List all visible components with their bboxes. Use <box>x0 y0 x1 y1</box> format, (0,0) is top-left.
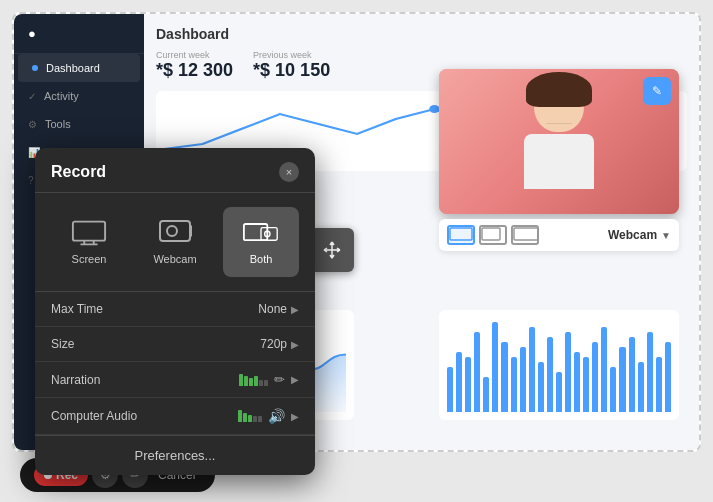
bar-chart-bar <box>474 332 480 412</box>
computer-audio-speaker-icon: 🔊 <box>268 408 285 424</box>
source-webcam-label: Webcam <box>153 253 196 265</box>
source-both-label: Both <box>250 253 273 265</box>
bar-chart-bar <box>647 332 653 412</box>
dashboard-dot <box>32 65 38 71</box>
bar-chart-bar <box>629 337 635 412</box>
computer-audio-volume <box>238 410 262 422</box>
bar-chart-bar <box>638 362 644 412</box>
bar-chart-bar <box>501 342 507 412</box>
modal-title: Record <box>51 163 106 181</box>
webcam-dropdown-arrow[interactable]: ▼ <box>661 230 671 241</box>
bar-chart-bar <box>565 332 571 412</box>
size-label: Size <box>51 337 260 351</box>
sidebar-item-tools[interactable]: ⚙ Tools <box>14 110 144 138</box>
bar-chart-bar <box>538 362 544 412</box>
svg-point-10 <box>167 226 177 236</box>
view-btn-screen[interactable] <box>447 225 475 245</box>
size-row: Size 720p ▶ <box>35 327 315 362</box>
max-time-value: None <box>258 302 287 316</box>
narration-arrow[interactable]: ▶ <box>291 374 299 385</box>
webcam-preview: ✎ <box>439 69 679 214</box>
source-row: Screen Webcam Both <box>35 193 315 291</box>
current-week-label: Current week <box>156 50 233 60</box>
move-handle[interactable] <box>310 228 354 272</box>
webcam-icon <box>157 219 193 247</box>
narration-mic-icon: ✏ <box>274 372 285 387</box>
source-both-button[interactable]: Both <box>223 207 299 277</box>
preferences-button[interactable]: Preferences... <box>35 435 315 475</box>
person-silhouette <box>509 77 609 207</box>
screen-icon <box>71 219 107 247</box>
record-modal: Record × Screen <box>35 148 315 475</box>
svg-marker-9 <box>190 225 192 237</box>
computer-audio-arrow[interactable]: ▶ <box>291 411 299 422</box>
max-time-arrow[interactable]: ▶ <box>291 304 299 315</box>
svg-rect-3 <box>514 228 538 240</box>
bar-chart-bar <box>492 322 498 412</box>
computer-audio-label: Computer Audio <box>51 409 238 423</box>
sidebar-item-activity[interactable]: ✓ Activity <box>14 82 144 110</box>
previous-week-label: Previous week <box>253 50 330 60</box>
svg-rect-12 <box>261 228 277 241</box>
bar-chart-bar <box>601 327 607 412</box>
svg-point-0 <box>429 105 439 113</box>
bar-chart-bar <box>583 357 589 412</box>
svg-rect-2 <box>482 228 500 240</box>
bar-chart-bar <box>619 347 625 412</box>
bar-chart-bar <box>483 377 489 412</box>
max-time-label: Max Time <box>51 302 258 316</box>
source-webcam-button[interactable]: Webcam <box>137 207 213 277</box>
view-btn-small[interactable] <box>479 225 507 245</box>
size-arrow[interactable]: ▶ <box>291 339 299 350</box>
narration-row: Narration ✏ ▶ <box>35 362 315 398</box>
svg-rect-8 <box>160 221 190 241</box>
webcam-toolbar: Webcam ▼ <box>439 219 679 251</box>
bar-chart-bar <box>556 372 562 412</box>
both-icon <box>243 219 279 247</box>
bar-chart-bar <box>574 352 580 412</box>
webcam-label: Webcam <box>608 228 657 242</box>
size-value: 720p <box>260 337 287 351</box>
bar-chart-bar <box>656 357 662 412</box>
person-hair <box>526 72 592 107</box>
bar-chart-bar <box>529 327 535 412</box>
sidebar-logo: ● <box>14 14 144 54</box>
modal-close-button[interactable]: × <box>279 162 299 182</box>
sidebar-dashboard-label: Dashboard <box>46 62 100 74</box>
previous-week-stat: Previous week *$ 10 150 <box>253 50 330 81</box>
svg-rect-4 <box>73 222 105 241</box>
bar-chart-bar <box>610 367 616 412</box>
bar-chart-bar <box>665 342 671 412</box>
sidebar-activity-label: Activity <box>44 90 79 102</box>
bar-chart-bar <box>447 367 453 412</box>
bar-chart-bar <box>547 337 553 412</box>
sidebar-item-dashboard[interactable]: Dashboard <box>18 54 140 82</box>
view-btn-large[interactable] <box>511 225 539 245</box>
max-time-row: Max Time None ▶ <box>35 292 315 327</box>
person-head <box>534 77 584 132</box>
bar-chart-bar <box>511 357 517 412</box>
computer-audio-row: Computer Audio 🔊 ▶ <box>35 398 315 435</box>
current-week-value: *$ 12 300 <box>156 60 233 81</box>
bar-chart-bar <box>592 342 598 412</box>
previous-week-value: *$ 10 150 <box>253 60 330 81</box>
source-screen-label: Screen <box>72 253 107 265</box>
bar-chart-bar <box>456 352 462 412</box>
webcam-edit-button[interactable]: ✎ <box>643 77 671 105</box>
svg-rect-1 <box>450 228 472 240</box>
dashboard-title: Dashboard <box>156 26 687 42</box>
bar-chart-area <box>439 310 679 420</box>
current-week-stat: Current week *$ 12 300 <box>156 50 233 81</box>
narration-label: Narration <box>51 373 239 387</box>
person-body <box>524 134 594 189</box>
bar-chart-bar <box>465 357 471 412</box>
narration-volume <box>239 374 268 386</box>
svg-rect-11 <box>244 224 267 240</box>
modal-header: Record × <box>35 148 315 193</box>
bar-chart-bar <box>520 347 526 412</box>
settings-section: Max Time None ▶ Size 720p ▶ Narration ✏ … <box>35 291 315 435</box>
source-screen-button[interactable]: Screen <box>51 207 127 277</box>
sidebar-tools-label: Tools <box>45 118 71 130</box>
